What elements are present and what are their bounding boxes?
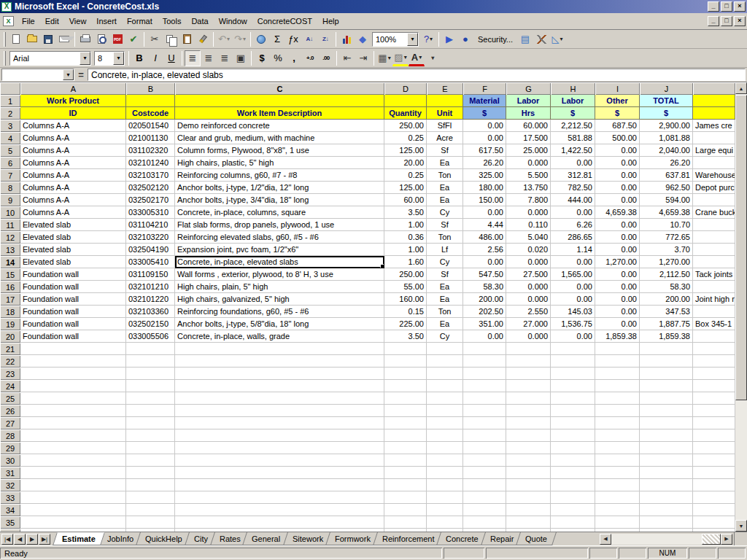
chart-wizard-button[interactable] [338, 31, 355, 47]
cell-B20[interactable]: 033005506 [126, 330, 175, 343]
cell-K22[interactable] [693, 355, 735, 368]
cell-J2[interactable]: $ [640, 107, 693, 120]
cell-A18[interactable]: Foundation wall [20, 306, 126, 318]
cell-I36[interactable] [595, 529, 640, 532]
sort-ascending-button[interactable]: A↓ [301, 31, 317, 47]
cell-E2[interactable]: Unit [427, 107, 463, 120]
cell-K5[interactable]: Large equi [693, 144, 735, 157]
cell-H15[interactable]: 1,565.00 [551, 268, 595, 281]
cell-B23[interactable] [126, 368, 175, 380]
cell-F2[interactable]: $ [463, 107, 506, 120]
cell-I13[interactable]: 0.00 [595, 244, 640, 256]
cell-C4[interactable]: Clear and grub, medium, with machine [175, 132, 384, 144]
chevron-down-icon[interactable]: ▾ [407, 33, 418, 46]
cell-C18[interactable]: Reinforcing foundations, g60, #5 - #6 [175, 306, 384, 318]
cell-C17[interactable]: High chairs, galvanized, 5" high [175, 293, 384, 306]
cell-J25[interactable] [640, 392, 693, 405]
cell-J30[interactable] [640, 454, 693, 467]
cell-D10[interactable]: 3.50 [384, 206, 427, 219]
cell-H17[interactable]: 0.00 [551, 293, 595, 306]
cell-G1[interactable]: Labor [506, 95, 551, 107]
column-header-C[interactable]: C [175, 82, 384, 95]
row-header-15[interactable]: 15 [0, 268, 20, 281]
cell-I24[interactable] [595, 380, 640, 392]
cell-J19[interactable]: 1,887.75 [640, 318, 693, 330]
cell-I19[interactable]: 0.00 [595, 318, 640, 330]
column-header-D[interactable]: D [384, 82, 427, 95]
next-sheet-button[interactable]: ▶ [26, 534, 38, 545]
cell-F4[interactable]: 0.00 [463, 132, 506, 144]
cell-J32[interactable] [640, 479, 693, 491]
increase-decimal-button[interactable]: +.0 [302, 50, 318, 66]
cell-J23[interactable] [640, 368, 693, 380]
percent-button[interactable]: % [270, 50, 286, 66]
chevron-down-icon[interactable]: ▾ [430, 36, 433, 42]
cell-H28[interactable] [551, 429, 595, 442]
cell-D7[interactable]: 0.25 [384, 169, 427, 182]
cell-C23[interactable] [175, 368, 384, 380]
cell-E11[interactable]: Sf [427, 219, 463, 231]
menu-data[interactable]: Data [186, 15, 213, 27]
cell-G28[interactable] [506, 429, 551, 442]
column-header-B[interactable]: B [126, 82, 175, 95]
cell-E25[interactable] [427, 392, 463, 405]
cell-A13[interactable]: Elevated slab [20, 244, 126, 256]
row-header-31[interactable]: 31 [0, 467, 20, 479]
menu-view[interactable]: View [64, 15, 92, 27]
cell-H10[interactable]: 0.00 [551, 206, 595, 219]
cell-B21[interactable] [126, 343, 175, 355]
cell-E5[interactable]: Sf [427, 144, 463, 157]
cell-K28[interactable] [693, 429, 735, 442]
cell-I26[interactable] [595, 405, 640, 417]
cell-F32[interactable] [463, 479, 506, 491]
cell-C33[interactable] [175, 491, 384, 504]
menu-concretecost[interactable]: ConcreteCOST [252, 15, 317, 27]
cell-D34[interactable] [384, 504, 427, 516]
cell-H11[interactable]: 6.26 [551, 219, 595, 231]
autosum-button[interactable]: Σ [269, 31, 285, 47]
cell-G31[interactable] [506, 467, 551, 479]
menu-insert[interactable]: Insert [91, 15, 122, 27]
cell-K26[interactable] [693, 405, 735, 417]
cell-C9[interactable]: Anchor bolts, j-type, 3/4"dia, 18" long [175, 194, 384, 206]
cell-K30[interactable] [693, 454, 735, 467]
row-header-14[interactable]: 14 [0, 256, 20, 268]
cell-I33[interactable] [595, 491, 640, 504]
cell-A2[interactable]: ID [20, 107, 126, 120]
cell-A29[interactable] [20, 442, 126, 454]
cell-H33[interactable] [551, 491, 595, 504]
cell-B28[interactable] [126, 429, 175, 442]
cell-G13[interactable]: 0.020 [506, 244, 551, 256]
cell-A6[interactable]: Columns A-A [20, 157, 126, 169]
row-header-23[interactable]: 23 [0, 368, 20, 380]
cell-C15[interactable]: Wall forms , exterior, plywood, to 8' H,… [175, 268, 384, 281]
row-header-8[interactable]: 8 [0, 182, 20, 194]
cell-F29[interactable] [463, 442, 506, 454]
chevron-down-icon[interactable]: ▾ [227, 36, 230, 42]
cell-I2[interactable]: $ [595, 107, 640, 120]
row-header-35[interactable]: 35 [0, 516, 20, 529]
cell-F15[interactable]: 547.50 [463, 268, 506, 281]
cell-F9[interactable]: 150.00 [463, 194, 506, 206]
cell-D25[interactable] [384, 392, 427, 405]
cell-G19[interactable]: 27.000 [506, 318, 551, 330]
cell-K10[interactable]: Crane buck [693, 206, 735, 219]
cell-B6[interactable]: 032101240 [126, 157, 175, 169]
row-header-21[interactable]: 21 [0, 343, 20, 355]
cell-F16[interactable]: 58.30 [463, 281, 506, 293]
cell-A32[interactable] [20, 479, 126, 491]
paste-button[interactable] [179, 31, 195, 47]
cell-H6[interactable]: 0.00 [551, 157, 595, 169]
cell-C29[interactable] [175, 442, 384, 454]
cell-F3[interactable]: 0.00 [463, 120, 506, 132]
cell-B34[interactable] [126, 504, 175, 516]
cell-H34[interactable] [551, 504, 595, 516]
cell-J8[interactable]: 962.50 [640, 182, 693, 194]
comma-button[interactable]: , [286, 50, 302, 66]
cell-J15[interactable]: 2,112.50 [640, 268, 693, 281]
sheet-tab-sitework[interactable]: Sitework [283, 532, 333, 545]
cell-D22[interactable] [384, 355, 427, 368]
cell-A27[interactable] [20, 417, 126, 429]
cell-G18[interactable]: 2.550 [506, 306, 551, 318]
cell-A20[interactable]: Foundation wall [20, 330, 126, 343]
